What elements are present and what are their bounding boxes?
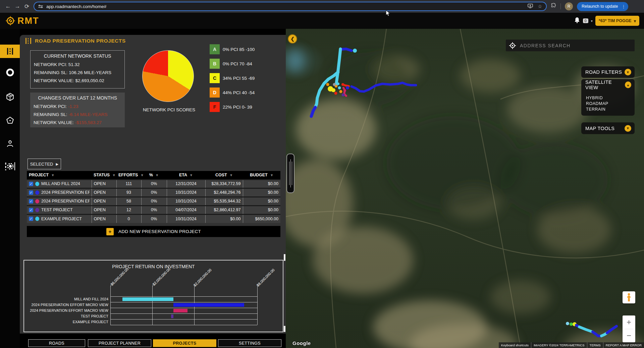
sidebar-item-users[interactable] — [0, 137, 20, 150]
project-color-dot — [35, 208, 39, 212]
column-header-cost[interactable]: COST ▼ — [205, 171, 243, 179]
tab-projects[interactable]: PROJECTS — [153, 339, 216, 347]
budget-cell: $0.00 — [243, 206, 280, 214]
column-header-efforts[interactable]: EFFORTS ▼ — [116, 171, 141, 179]
url-input[interactable] — [46, 4, 523, 9]
road-preservation-panel: ROAD PRESERVATION PROJECTS CURRENT NETWO… — [20, 35, 286, 334]
sidebar-item-projects[interactable] — [0, 114, 20, 127]
table-row[interactable]: ✓2024 PRESERVATION EFFORT MICRO VIEWOPEN… — [27, 188, 280, 197]
table-row[interactable]: ✓MILL AND FILL 2024OPEN1110%12/31/2024$2… — [27, 179, 280, 188]
extensions-icon[interactable] — [551, 3, 556, 10]
efforts-cell: 111 — [116, 179, 141, 188]
status-cell: OPEN — [92, 179, 116, 188]
row-checkbox[interactable]: ✓ — [29, 208, 33, 212]
table-row[interactable]: ✓TEST PROJECTOPEN120%04/07/2024$2,860,41… — [27, 206, 280, 214]
back-button[interactable]: ← — [3, 3, 13, 10]
forward-button[interactable]: → — [13, 3, 22, 10]
changes-pci-line: NETWORK PCI: -1.23 — [34, 103, 121, 111]
column-header-project[interactable]: PROJECT ▼ — [27, 171, 92, 179]
page-title: ROAD PRESERVATION PROJECTS — [35, 38, 126, 44]
relaunch-button[interactable]: Relaunch to update ⋮ — [577, 2, 628, 11]
chevron-down-icon: ▼ — [625, 125, 631, 132]
efforts-cell: 93 — [116, 188, 141, 197]
notification-caret-icon[interactable]: ▾ — [591, 19, 593, 23]
satellite-option-hybrid[interactable]: HYBRID — [586, 95, 635, 101]
attribution-keyboard-shortcuts[interactable]: Keyboard shortcuts — [499, 342, 531, 348]
panel-scrollbar-thumb[interactable] — [284, 326, 285, 332]
project-color-dot — [35, 190, 39, 195]
add-new-preservation-project-button[interactable]: + ADD NEW PRESERVATION PROJECT — [27, 226, 280, 237]
app-header: RMT 0 ▾ *63* TIM POGGE ▾ — [0, 13, 644, 29]
roi-bar — [173, 309, 187, 312]
row-line — [110, 302, 257, 302]
column-header-[interactable]: % ▼ — [141, 171, 167, 179]
address-search-input[interactable] — [520, 43, 631, 48]
road-gear-icon — [4, 162, 16, 171]
tab-roads[interactable]: ROADS — [28, 339, 85, 347]
axis-tick-label: $2,000,000.00 — [193, 268, 212, 287]
table-row[interactable]: ✓2024 PRESERVATION EFFORT MACRO VIEWOPEN… — [27, 197, 280, 206]
notification-bell-icon[interactable] — [574, 17, 580, 25]
browser-profile-avatar[interactable]: R — [565, 2, 573, 10]
browser-menu-icon[interactable]: ⋮ — [621, 4, 626, 9]
budget-cell: $650,000.00 — [243, 214, 280, 223]
collapse-panel-button[interactable]: ❮ — [288, 34, 297, 44]
site-settings-icon[interactable] — [38, 4, 43, 9]
tab-settings[interactable]: SETTINGS — [218, 339, 281, 347]
rmt-logo[interactable]: RMT — [5, 15, 39, 26]
row-checkbox[interactable]: ✓ — [29, 182, 33, 186]
road-lanes-icon — [25, 38, 32, 44]
panel-scrollbar-thumb[interactable] — [284, 254, 285, 261]
filter-icon[interactable]: ▼ — [51, 173, 55, 177]
sidebar-item-roads[interactable] — [0, 45, 20, 58]
legend-label: 0% PCI 70 -84 — [223, 61, 252, 66]
row-checkbox[interactable]: ✓ — [29, 190, 33, 195]
road-filters-panel: ROAD FILTERS ▼ — [581, 66, 635, 78]
row-checkbox[interactable]: ✓ — [29, 217, 33, 221]
eta-cell: 04/07/2024 — [167, 206, 205, 214]
bookmark-star-icon[interactable]: ☆ — [538, 4, 542, 9]
row-checkbox[interactable]: ✓ — [29, 199, 33, 204]
sidebar-item-preservation[interactable] — [0, 160, 20, 173]
filter-icon[interactable]: ▼ — [229, 173, 233, 177]
filter-icon[interactable]: ▼ — [190, 173, 193, 177]
legend-row-F: F22% PCI 0- 39 — [210, 102, 252, 112]
address-search-bar[interactable] — [506, 40, 635, 51]
map-tools-toggle[interactable]: MAP TOOLS ▼ — [581, 122, 635, 134]
satellite-option-terrain[interactable]: TERRAIN — [586, 107, 635, 112]
sidebar-item-network[interactable] — [0, 66, 20, 79]
filter-icon[interactable]: ▼ — [155, 173, 159, 177]
percent-cell: 0% — [141, 188, 167, 197]
attribution-terms[interactable]: TERMS — [587, 342, 603, 348]
project-name: TEST PROJECT — [41, 208, 73, 212]
install-icon[interactable] — [528, 4, 533, 9]
map-view[interactable]: ❮ ROAD FILTERS ▼ SATELLITE VIEW ▲ HYBRID… — [286, 29, 644, 348]
street-view-pegman-button[interactable] — [623, 291, 635, 303]
drawer-handle[interactable] — [286, 154, 294, 193]
satellite-option-roadmap[interactable]: ROADMAP — [586, 101, 635, 107]
satellite-view-toggle[interactable]: SATELLITE VIEW ▲ — [581, 79, 635, 91]
column-header-status[interactable]: STATUS ▼ — [92, 171, 116, 179]
reload-button[interactable]: ⟳ — [22, 3, 32, 10]
road-filters-toggle[interactable]: ROAD FILTERS ▼ — [581, 66, 635, 78]
filter-icon[interactable]: ▼ — [141, 173, 144, 177]
user-menu-button[interactable]: *63* TIM POGGE ▾ — [595, 16, 639, 26]
tab-project-planner[interactable]: PROJECT PLANNER — [88, 339, 151, 347]
attribution-report-a-map-error[interactable]: REPORT A MAP ERROR — [603, 342, 644, 348]
selected-filter-button[interactable]: SELECTED ▶ — [28, 159, 61, 169]
table-row[interactable]: ✓EXAMPLE PROJECTOPEN00%10/31/2024$0.00$6… — [27, 214, 280, 223]
sidebar-item-assets[interactable] — [0, 90, 20, 104]
project-color-dot — [35, 217, 39, 221]
compass-icon — [5, 15, 16, 26]
filter-icon[interactable]: ▼ — [112, 173, 116, 177]
column-header-budget[interactable]: BUDGET ▼ — [243, 171, 280, 179]
filter-icon[interactable]: ▼ — [270, 173, 273, 177]
satellite-view-panel: SATELLITE VIEW ▲ HYBRIDROADMAPTERRAIN — [581, 79, 635, 116]
column-header-eta[interactable]: ETA ▼ — [167, 171, 205, 179]
zoom-out-button[interactable]: − — [623, 329, 635, 343]
browser-toolbar: ← → ⟳ ☆ R Relaunch to update ⋮ — [0, 0, 644, 13]
person-icon — [6, 139, 14, 148]
address-bar[interactable]: ☆ — [34, 2, 547, 11]
zoom-in-button[interactable]: + — [623, 315, 635, 329]
cost-cell: $0.00 — [205, 214, 243, 223]
